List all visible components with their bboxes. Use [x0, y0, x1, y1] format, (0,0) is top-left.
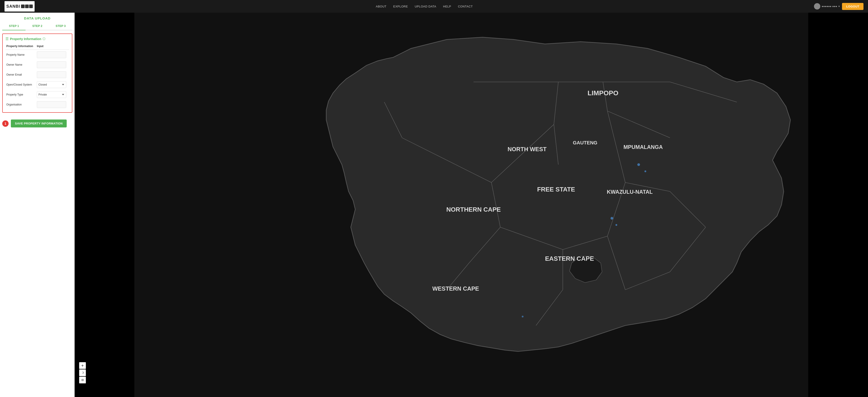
svg-point-28 [616, 224, 617, 226]
row-label-property-type: Property Type [5, 90, 36, 100]
organisation-input[interactable] [37, 101, 66, 108]
tab-step2[interactable]: STEP 2 [26, 22, 49, 30]
logo-icon-1 [21, 4, 25, 8]
row-input-property-name [36, 50, 69, 60]
svg-point-27 [611, 217, 613, 220]
step-badge: 1 [2, 120, 8, 127]
logout-button[interactable]: LOGOUT [842, 3, 864, 10]
save-section: 1 SAVE PROPERTY INFORMATION [0, 116, 74, 131]
help-icon[interactable]: ⓘ [42, 37, 45, 41]
nav-links: ABOUT EXPLORE UPLOAD DATA HELP CONTACT [376, 5, 473, 8]
label-kwazulu-natal: KWAZULU-NATAL [607, 189, 653, 195]
logo: SANBI [4, 1, 35, 11]
tab-step1[interactable]: STEP 1 [2, 22, 26, 30]
table-row: Owner Email [5, 70, 69, 80]
moon-button[interactable]: ☽ [79, 369, 86, 376]
chevron-down-icon: ▾ [838, 5, 840, 8]
table-row: Organisation [5, 100, 69, 110]
map-svg: LIMPOPO NORTH WEST GAUTENG MPUMALANGA FR… [74, 13, 868, 397]
svg-point-29 [522, 316, 524, 317]
property-info-title: Property Information [10, 37, 41, 41]
svg-point-26 [645, 170, 646, 172]
row-label-owner-name: Owner Name [5, 60, 36, 70]
logo-icon-2 [25, 4, 29, 8]
row-input-owner-name [36, 60, 69, 70]
zoom-in-button[interactable]: + [79, 362, 86, 369]
label-north-west: NORTH WEST [508, 146, 547, 152]
nav-about[interactable]: ABOUT [376, 5, 386, 8]
property-name-input[interactable] [37, 51, 66, 58]
table-row: Property Type Private Public State [5, 90, 69, 100]
map-controls: + ☽ ⊟ [79, 362, 86, 384]
main-layout: DATA UPLOAD STEP 1 STEP 2 STEP 3 ☰ Prope… [0, 13, 868, 397]
row-label-owner-email: Owner Email [5, 70, 36, 80]
property-table: Property Information Input Property Name [5, 44, 69, 110]
label-western-cape: WESTERN CAPE [432, 285, 479, 292]
user-name: ●●●●●● ●●● [822, 5, 837, 8]
user-area: ●●●●●● ●●● ▾ LOGOUT [814, 3, 864, 10]
save-property-button[interactable]: SAVE PROPERTY INFORMATION [11, 119, 67, 127]
nav-upload-data[interactable]: UPLOAD DATA [415, 5, 436, 8]
label-mpumalanga: MPUMALANGA [623, 144, 663, 150]
logo-icons [21, 4, 33, 8]
steps-tabs: STEP 1 STEP 2 STEP 3 [2, 22, 72, 30]
label-limpopo: LIMPOPO [587, 89, 618, 97]
table-row: Open/Closed System Open Closed [5, 80, 69, 90]
label-northern-cape: NORTHERN CAPE [446, 206, 501, 213]
label-eastern-cape: EASTERN CAPE [545, 255, 594, 262]
user-info[interactable]: ●●●●●● ●●● ▾ [814, 3, 840, 9]
table-row: Owner Name [5, 60, 69, 70]
property-info-header: ☰ Property Information ⓘ [5, 37, 69, 41]
col-header-info: Property Information [5, 44, 36, 50]
label-free-state: FREE STATE [537, 186, 575, 193]
nav-help[interactable]: HELP [443, 5, 451, 8]
svg-point-25 [637, 163, 640, 166]
avatar [814, 3, 820, 9]
nav-explore[interactable]: EXPLORE [393, 5, 408, 8]
tab-step3[interactable]: STEP 3 [49, 22, 72, 30]
row-input-property-type: Private Public State [36, 90, 69, 100]
row-label-open-closed: Open/Closed System [5, 80, 36, 90]
row-input-open-closed: Open Closed [36, 80, 69, 90]
logo-icon-3 [29, 4, 33, 8]
logo-text: SANBI [6, 4, 20, 9]
owner-email-input[interactable] [37, 71, 66, 78]
property-info-panel: ☰ Property Information ⓘ Property Inform… [2, 33, 72, 113]
open-closed-select[interactable]: Open Closed [37, 81, 66, 88]
label-gauteng: GAUTENG [573, 140, 597, 145]
print-button[interactable]: ⊟ [79, 377, 86, 384]
row-input-owner-email [36, 70, 69, 80]
owner-name-input[interactable] [37, 61, 66, 68]
header: SANBI ABOUT EXPLORE UPLOAD DATA HELP CON… [0, 0, 868, 13]
col-header-input: Input [36, 44, 69, 50]
row-label-organisation: Organisation [5, 100, 36, 110]
nav-contact[interactable]: CONTACT [458, 5, 473, 8]
sidebar: DATA UPLOAD STEP 1 STEP 2 STEP 3 ☰ Prope… [0, 13, 74, 397]
row-input-organisation [36, 100, 69, 110]
row-label-property-name: Property Name [5, 50, 36, 60]
property-type-select[interactable]: Private Public State [37, 91, 66, 98]
map-area[interactable]: LIMPOPO NORTH WEST GAUTENG MPUMALANGA FR… [74, 13, 868, 397]
table-row: Property Name [5, 50, 69, 60]
sidebar-title: DATA UPLOAD [0, 13, 74, 22]
list-icon: ☰ [5, 37, 8, 41]
